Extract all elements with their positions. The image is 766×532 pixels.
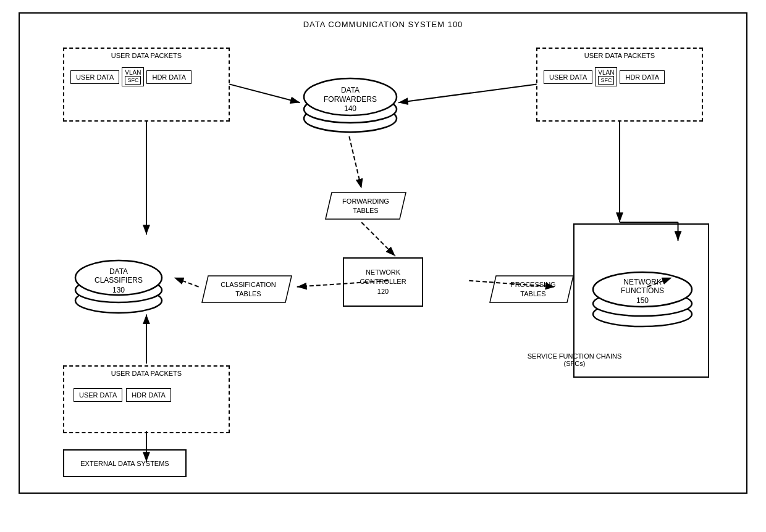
user-data-box-3: USER DATA xyxy=(74,388,122,402)
svg-text:140: 140 xyxy=(344,104,356,113)
vlan-label-1: VLAN xyxy=(125,69,141,76)
hdr-data-box-2: HDR DATA xyxy=(620,70,665,84)
svg-text:150: 150 xyxy=(636,296,649,305)
diagram-container: DATA COMMUNICATION SYSTEM 100 USER DATA … xyxy=(19,12,747,494)
svg-text:TABLES: TABLES xyxy=(235,290,261,297)
svg-text:CLASSIFIERS: CLASSIFIERS xyxy=(95,276,143,285)
diagram-title: DATA COMMUNICATION SYSTEM 100 xyxy=(303,20,463,29)
svg-text:PROCESSING: PROCESSING xyxy=(510,281,555,288)
svg-text:TABLES: TABLES xyxy=(520,290,545,297)
forwarding-tables-svg: FORWARDING TABLES xyxy=(322,189,409,223)
user-data-box-1: USER DATA xyxy=(70,70,119,84)
udp-top-left-label: USER DATA PACKETS xyxy=(111,52,182,59)
udp-top-left: USER DATA PACKETS USER DATA VLAN SFC HDR… xyxy=(63,48,230,122)
svg-text:130: 130 xyxy=(112,286,125,294)
svg-text:FUNCTIONS: FUNCTIONS xyxy=(621,286,664,295)
packet-inner-top-left: USER DATA VLAN SFC HDR DATA xyxy=(70,67,192,86)
svg-text:TABLES: TABLES xyxy=(353,207,378,214)
packet-inner-top-right: USER DATA VLAN SFC HDR DATA xyxy=(544,67,665,86)
sfc-label: SERVICE FUNCTION CHAINS(SFCs) xyxy=(508,352,641,367)
udp-bottom-left: USER DATA PACKETS USER DATA HDR DATA xyxy=(63,365,230,433)
classification-tables-svg: CLASSIFICATION TABLES xyxy=(199,273,298,307)
svg-text:FORWARDING: FORWARDING xyxy=(342,197,389,205)
svg-text:FORWARDERS: FORWARDERS xyxy=(324,95,377,104)
svg-text:CLASSIFICATION: CLASSIFICATION xyxy=(221,281,276,288)
sfc-label-1: SFC xyxy=(125,76,141,85)
processing-tables-svg: PROCESSING TABLES xyxy=(487,273,579,307)
nf-svg: NETWORK FUNCTIONS 150 xyxy=(581,234,704,333)
svg-text:DATA: DATA xyxy=(341,86,360,94)
svg-line-29 xyxy=(229,84,300,102)
svg-line-36 xyxy=(174,278,199,287)
sfc-label-2: SFC xyxy=(598,76,614,85)
external-data-systems-box: EXTERNAL DATA SYSTEMS xyxy=(63,449,187,477)
svg-line-30 xyxy=(398,84,537,102)
hdr-data-box-1: HDR DATA xyxy=(146,70,192,84)
svg-text:DATA: DATA xyxy=(109,267,128,276)
svg-text:NETWORK: NETWORK xyxy=(623,278,661,286)
hdr-data-box-3: HDR DATA xyxy=(126,388,171,402)
udp-bottom-left-label: USER DATA PACKETS xyxy=(111,370,182,377)
vlan-label-2: VLAN xyxy=(598,69,614,76)
packet-inner-bottom-left: USER DATA HDR DATA xyxy=(74,388,171,402)
data-forwarders-svg: DATA FORWARDERS 140 xyxy=(301,51,400,137)
svg-line-33 xyxy=(349,136,361,189)
udp-top-right: USER DATA PACKETS USER DATA VLAN SFC HDR… xyxy=(536,48,703,122)
data-classifiers-svg: DATA CLASSIFIERS 130 xyxy=(69,236,168,316)
svg-marker-18 xyxy=(326,193,406,219)
vlan-sfc-box-1: VLAN SFC xyxy=(122,67,144,86)
external-data-systems-label: EXTERNAL DATA SYSTEMS xyxy=(80,460,169,467)
svg-line-34 xyxy=(361,222,395,256)
user-data-box-2: USER DATA xyxy=(544,70,592,84)
network-controller-label: NETWORKCONTROLLER120 xyxy=(360,268,406,296)
nf-outer-box: NETWORK FUNCTIONS 150 SERVICE FUNCTION C… xyxy=(573,223,709,378)
svg-marker-24 xyxy=(490,276,573,302)
vlan-sfc-box-2: VLAN SFC xyxy=(595,67,617,86)
svg-marker-21 xyxy=(202,276,292,302)
udp-top-right-label: USER DATA PACKETS xyxy=(584,52,655,59)
network-controller-box: NETWORKCONTROLLER120 xyxy=(343,257,423,307)
